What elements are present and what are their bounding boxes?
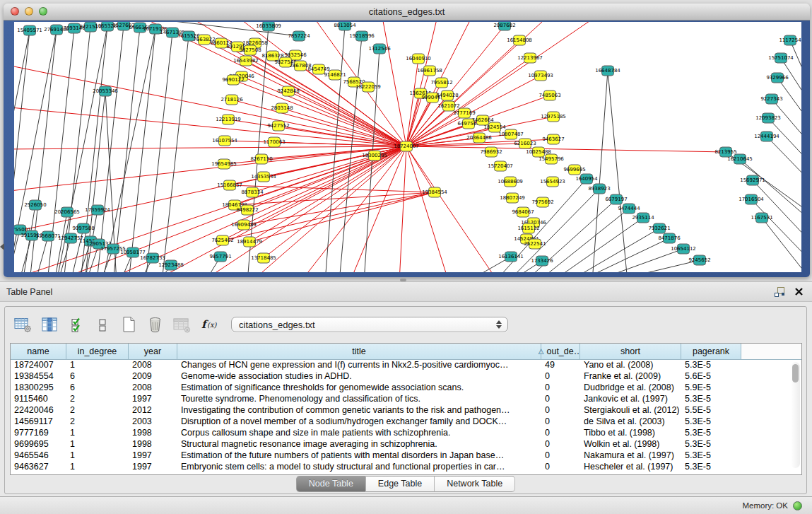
cell-short[interactable]: Tibbo et al. (1998) [580,427,681,438]
table-settings-icon[interactable] [14,315,32,334]
cell-short[interactable]: de Silva et al. (2003) [580,416,681,427]
graph-node-17016504[interactable]: 17016504 [739,194,764,204]
graph-node-12093823[interactable]: 12093823 [755,113,781,123]
create-column-icon[interactable] [120,315,137,334]
table-row[interactable]: 911546021997Tourette syndrome. Phenomeno… [11,393,801,404]
graph-node-2718126[interactable]: 2718126 [220,95,243,105]
graph-node-9699695[interactable]: 9699695 [563,165,585,175]
graph-node-10807487[interactable]: 10807487 [498,129,524,139]
cell-in_degree[interactable]: 2 [66,416,129,427]
cell-in_degree[interactable]: 2 [66,393,129,404]
cell-title[interactable]: Disruption of a novel member of a sodium… [177,416,541,427]
graph-node-12923488[interactable]: 12923488 [158,260,184,270]
graph-node-7932621[interactable]: 7932621 [648,223,670,233]
cell-year[interactable]: 2008 [129,359,177,370]
table-scrollbar[interactable] [791,362,800,468]
tab-node-table[interactable]: Node Table [296,476,366,492]
cell-short[interactable]: Stergiakouli et al. (2012) [580,404,681,416]
cell-pagerank[interactable]: 5.6E-5 [681,370,741,382]
cell-out_degree[interactable]: 0 [541,450,580,461]
graph-node-9684067[interactable]: 9684067 [512,207,534,217]
cell-title[interactable]: Tourette syndrome. Phenomenology and cla… [177,393,541,404]
graph-node-12975185[interactable]: 12975185 [541,112,566,122]
column-header-out_degree[interactable]: △out_de… [541,344,580,359]
cell-short[interactable]: Dudbridge et al. (2008) [580,382,681,393]
graph-node-18914479[interactable]: 18914479 [237,237,262,247]
cell-title[interactable]: Corpus callosum shape and size in male p… [177,427,541,438]
cell-name[interactable]: 9777169 [11,427,66,438]
zoom-window-icon[interactable] [39,7,47,16]
graph-node-9857791[interactable]: 9857791 [209,252,231,262]
cell-title[interactable]: Investigating the contribution of common… [177,404,541,416]
cell-out_degree[interactable]: 0 [541,370,580,382]
cell-out_degree[interactable]: 0 [541,416,580,427]
cell-name[interactable]: 22420046 [11,404,66,416]
toggle-panes-icon[interactable] [94,315,111,334]
collapse-panel-arrow-icon[interactable] [0,243,4,250]
cell-name[interactable]: 9699695 [11,438,66,450]
cell-short[interactable]: Wolkin et al. (1998) [580,438,681,450]
graph-node-9463627[interactable]: 9463627 [542,134,564,144]
graph-node-7986932[interactable]: 7986932 [480,147,502,157]
cell-pagerank[interactable]: 5.5E-5 [681,404,741,416]
table-selector-dropdown[interactable]: citations_edges.txt [231,317,508,332]
graph-node-9427552[interactable]: 9427552 [267,121,289,131]
cell-in_degree[interactable]: 1 [66,461,129,472]
graph-node-1621072[interactable]: 1621072 [437,101,459,111]
graph-node-8938923[interactable]: 8938923 [588,184,610,194]
cell-pagerank[interactable]: 5.9E-5 [681,382,741,393]
cell-year[interactable]: 1997 [129,461,177,472]
graph-node-15692971[interactable]: 15692971 [740,175,765,185]
cell-out_degree[interactable]: 0 [541,438,580,450]
table-row[interactable]: 1938455462009Genome-wide association stu… [11,370,801,382]
cell-in_degree[interactable]: 6 [66,370,129,382]
table-row[interactable]: 1456911722003Disruption of a novel membe… [11,416,801,427]
graph-node-10973493[interactable]: 10973493 [528,71,553,81]
column-header-name[interactable]: name [11,344,66,359]
graph-node-7857224[interactable]: 7857224 [288,31,310,41]
graph-node-19218596[interactable]: 19218596 [349,31,375,41]
cell-short[interactable]: Franke et al. (2009) [580,370,681,382]
column-header-in_degree[interactable]: in_degree [66,344,129,359]
cell-year[interactable]: 1998 [129,427,177,438]
cell-name[interactable]: 9115460 [11,393,66,404]
table-row[interactable]: 1830029562008Estimation of significance … [11,382,801,393]
tab-network-table[interactable]: Network Table [435,476,515,492]
graph-node-7485063[interactable]: 7485063 [539,90,560,100]
column-header-year[interactable]: year [129,344,177,359]
graph-node-1170063[interactable]: 1170063 [263,137,285,147]
graph-node-16961758[interactable]: 16961758 [417,66,442,76]
table-row[interactable]: 2242004622012Investigating the contribut… [11,404,801,416]
graph-node-1167531[interactable]: 1167531 [751,213,772,223]
memory-status-indicator[interactable] [793,501,802,510]
graph-node-9227343[interactable]: 9227343 [760,94,782,104]
column-header-title[interactable]: title [177,344,541,359]
network-canvas[interactable]: 1540557127691406769314692215111065328715… [14,22,801,272]
minimize-window-icon[interactable] [25,7,33,16]
cell-title[interactable]: Structural magnetic resonance image aver… [177,438,541,450]
cell-title[interactable]: Estimation of the future numbers of pati… [177,450,541,461]
cell-out_degree[interactable]: 0 [541,427,580,438]
cell-out_degree[interactable]: 0 [541,461,580,472]
graph-node-16136141[interactable]: 16136141 [498,252,524,262]
function-builder-icon[interactable]: f(x) [201,315,220,334]
cell-in_degree[interactable]: 2 [66,404,129,416]
column-header-pagerank[interactable]: pagerank [681,344,741,359]
cell-short[interactable]: Jankovic et al. (1997) [580,393,681,404]
cell-name[interactable]: 19384554 [11,370,66,382]
cell-in_degree[interactable]: 1 [66,359,129,370]
cell-name[interactable]: 14569117 [11,416,66,427]
cell-year[interactable]: 2008 [129,382,177,393]
cell-pagerank[interactable]: 5.3E-5 [681,359,741,370]
window-titlebar[interactable]: citations_edges.txt [4,4,810,21]
graph-node-8213955[interactable]: 8213955 [714,147,736,157]
select-columns-icon[interactable] [41,315,59,334]
cell-name[interactable]: 18300295 [11,382,66,393]
graph-node-16033809[interactable]: 16033809 [256,22,281,31]
graph-node-7975692[interactable]: 7975692 [531,197,553,207]
graph-node-20053346[interactable]: 20053346 [93,86,118,96]
cell-name[interactable]: 18724007 [11,359,66,370]
cell-in_degree[interactable]: 1 [66,450,129,461]
graph-node-8267130[interactable]: 8267130 [250,154,272,164]
graph-node-12213919[interactable]: 12213919 [216,115,241,124]
